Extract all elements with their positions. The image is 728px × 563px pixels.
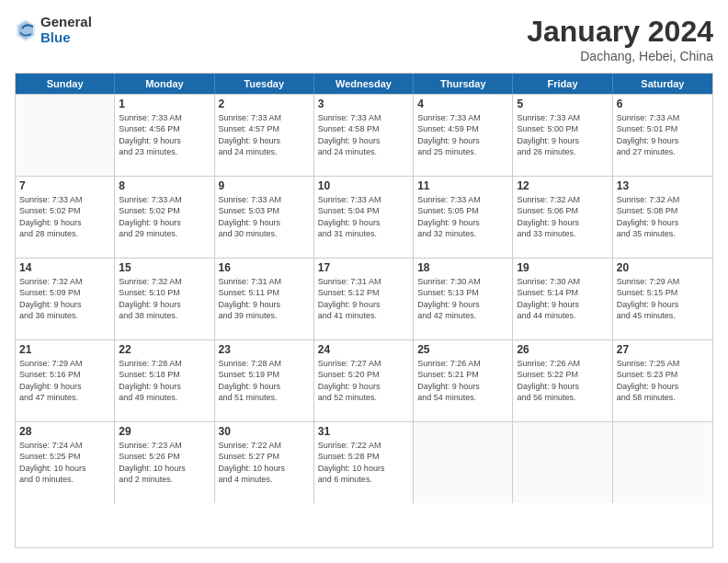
header-monday: Monday (115, 74, 214, 94)
sunrise-text: Sunrise: 7:33 AM (517, 112, 608, 123)
sunrise-text: Sunrise: 7:33 AM (119, 194, 210, 205)
sunset-text: Sunset: 5:04 PM (318, 205, 409, 216)
daylight-text-1: Daylight: 9 hours (417, 217, 508, 228)
sunset-text: Sunset: 5:15 PM (617, 287, 709, 298)
cal-cell-1-6: 13Sunrise: 7:32 AMSunset: 5:08 PMDayligh… (613, 177, 712, 258)
sunset-text: Sunset: 5:21 PM (417, 369, 508, 380)
sunset-text: Sunset: 5:06 PM (517, 205, 608, 216)
sunset-text: Sunset: 5:02 PM (119, 205, 210, 216)
sunrise-text: Sunrise: 7:29 AM (19, 358, 110, 369)
daylight-text-1: Daylight: 9 hours (617, 381, 709, 392)
calendar: Sunday Monday Tuesday Wednesday Thursday… (15, 73, 713, 548)
sunset-text: Sunset: 5:11 PM (219, 287, 310, 298)
sunrise-text: Sunrise: 7:31 AM (219, 276, 310, 287)
cal-cell-4-3: 31Sunrise: 7:22 AMSunset: 5:28 PMDayligh… (314, 422, 414, 503)
cal-cell-1-3: 10Sunrise: 7:33 AMSunset: 5:04 PMDayligh… (314, 177, 414, 258)
cal-cell-4-6 (613, 422, 712, 503)
sunrise-text: Sunrise: 7:33 AM (19, 194, 110, 205)
day-number: 8 (119, 179, 210, 192)
sunset-text: Sunset: 5:13 PM (417, 287, 508, 298)
daylight-text-2: and 49 minutes. (119, 392, 210, 403)
daylight-text-2: and 28 minutes. (19, 228, 110, 239)
sunrise-text: Sunrise: 7:27 AM (318, 358, 409, 369)
sunset-text: Sunset: 5:05 PM (417, 205, 508, 216)
sunset-text: Sunset: 5:23 PM (617, 369, 709, 380)
page: General Blue January 2024 Dachang, Hebei… (0, 0, 728, 563)
daylight-text-2: and 29 minutes. (119, 228, 210, 239)
cal-cell-1-4: 11Sunrise: 7:33 AMSunset: 5:05 PMDayligh… (414, 177, 513, 258)
sunset-text: Sunset: 5:12 PM (318, 287, 409, 298)
sunrise-text: Sunrise: 7:33 AM (219, 112, 310, 123)
sunset-text: Sunset: 5:09 PM (19, 287, 110, 298)
daylight-text-1: Daylight: 9 hours (219, 381, 310, 392)
sunrise-text: Sunrise: 7:33 AM (417, 112, 508, 123)
daylight-text-2: and 2 minutes. (119, 474, 210, 485)
daylight-text-2: and 31 minutes. (318, 228, 409, 239)
daylight-text-1: Daylight: 10 hours (119, 463, 210, 474)
day-number: 26 (517, 343, 608, 356)
day-number: 28 (19, 425, 110, 438)
sunset-text: Sunset: 5:22 PM (517, 369, 608, 380)
logo: General Blue (15, 15, 92, 45)
cal-cell-4-5 (513, 422, 612, 503)
sunrise-text: Sunrise: 7:33 AM (219, 194, 310, 205)
cal-cell-2-1: 15Sunrise: 7:32 AMSunset: 5:10 PMDayligh… (115, 259, 214, 339)
cal-cell-3-3: 24Sunrise: 7:27 AMSunset: 5:20 PMDayligh… (314, 340, 414, 421)
daylight-text-1: Daylight: 9 hours (318, 381, 409, 392)
day-number: 3 (318, 98, 409, 110)
daylight-text-2: and 23 minutes. (119, 146, 210, 157)
day-number: 6 (617, 98, 709, 110)
daylight-text-2: and 6 minutes. (318, 474, 409, 485)
sunset-text: Sunset: 4:56 PM (119, 123, 210, 134)
header-sunday: Sunday (16, 74, 115, 94)
daylight-text-1: Daylight: 10 hours (318, 463, 409, 474)
daylight-text-2: and 33 minutes. (517, 228, 608, 239)
daylight-text-1: Daylight: 9 hours (219, 299, 310, 310)
cal-cell-0-5: 5Sunrise: 7:33 AMSunset: 5:00 PMDaylight… (513, 95, 612, 176)
cal-cell-3-1: 22Sunrise: 7:28 AMSunset: 5:18 PMDayligh… (115, 340, 214, 421)
sunset-text: Sunset: 5:26 PM (119, 451, 210, 462)
title-block: January 2024 Dachang, Hebei, China (527, 15, 713, 63)
daylight-text-2: and 36 minutes. (19, 310, 110, 321)
cal-row-4: 28Sunrise: 7:24 AMSunset: 5:25 PMDayligh… (16, 421, 712, 503)
sunrise-text: Sunrise: 7:31 AM (318, 276, 409, 287)
cal-cell-0-6: 6Sunrise: 7:33 AMSunset: 5:01 PMDaylight… (613, 95, 712, 176)
cal-cell-2-5: 19Sunrise: 7:30 AMSunset: 5:14 PMDayligh… (513, 259, 612, 339)
sunrise-text: Sunrise: 7:30 AM (417, 276, 508, 287)
header-friday: Friday (513, 74, 612, 94)
day-number: 30 (219, 425, 310, 438)
sunset-text: Sunset: 5:16 PM (19, 369, 110, 380)
cal-cell-0-4: 4Sunrise: 7:33 AMSunset: 4:59 PMDaylight… (414, 95, 513, 176)
sunrise-text: Sunrise: 7:28 AM (219, 358, 310, 369)
day-number: 19 (517, 261, 608, 274)
sunrise-text: Sunrise: 7:32 AM (617, 194, 709, 205)
day-number: 11 (417, 179, 508, 192)
day-number: 21 (19, 343, 110, 356)
cal-row-1: 7Sunrise: 7:33 AMSunset: 5:02 PMDaylight… (16, 176, 712, 258)
sunset-text: Sunset: 5:14 PM (517, 287, 608, 298)
daylight-text-1: Daylight: 9 hours (119, 217, 210, 228)
sunset-text: Sunset: 4:58 PM (318, 123, 409, 134)
sunrise-text: Sunrise: 7:30 AM (517, 276, 608, 287)
daylight-text-1: Daylight: 9 hours (219, 217, 310, 228)
cal-cell-1-0: 7Sunrise: 7:33 AMSunset: 5:02 PMDaylight… (16, 177, 115, 258)
daylight-text-2: and 27 minutes. (617, 146, 709, 157)
sunset-text: Sunset: 5:08 PM (617, 205, 709, 216)
cal-cell-0-2: 2Sunrise: 7:33 AMSunset: 4:57 PMDaylight… (215, 95, 314, 176)
cal-cell-1-5: 12Sunrise: 7:32 AMSunset: 5:06 PMDayligh… (513, 177, 612, 258)
sunset-text: Sunset: 4:59 PM (417, 123, 508, 134)
day-number: 17 (318, 261, 409, 274)
logo-icon (15, 17, 37, 43)
sunset-text: Sunset: 5:10 PM (119, 287, 210, 298)
sunset-text: Sunset: 5:28 PM (318, 451, 409, 462)
daylight-text-1: Daylight: 9 hours (617, 299, 709, 310)
sunrise-text: Sunrise: 7:33 AM (617, 112, 709, 123)
day-number: 4 (417, 98, 508, 110)
sunrise-text: Sunrise: 7:29 AM (617, 276, 709, 287)
day-number: 5 (517, 98, 608, 110)
cal-row-0: 1Sunrise: 7:33 AMSunset: 4:56 PMDaylight… (16, 94, 712, 176)
daylight-text-2: and 35 minutes. (617, 228, 709, 239)
sunrise-text: Sunrise: 7:22 AM (318, 440, 409, 451)
daylight-text-2: and 32 minutes. (417, 228, 508, 239)
daylight-text-1: Daylight: 9 hours (517, 381, 608, 392)
